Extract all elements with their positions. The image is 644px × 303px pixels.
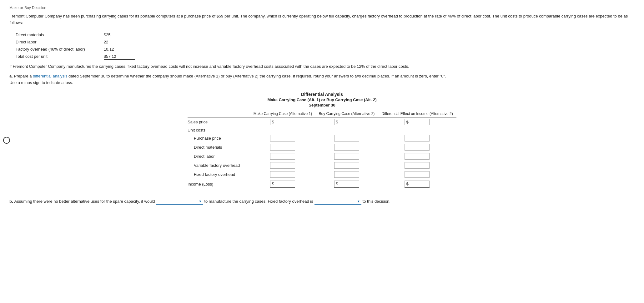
diff-title-2: Make Carrying Case (Alt. 1) or Buy Carry…: [9, 97, 635, 102]
cost-row-total: Total cost per unit $57.12: [16, 53, 135, 60]
variable-overhead-row: Variable factory overhead: [188, 161, 456, 170]
unit-costs-label: Unit costs:: [188, 127, 250, 134]
dropdown-1-arrow: ▼: [199, 200, 202, 203]
diff-col-empty: [188, 110, 250, 117]
fixed-overhead-alt1-cell: [250, 170, 315, 179]
fixed-overhead-diff-input-wrap: [405, 171, 430, 178]
income-loss-row: Income (Loss) $ $ $: [188, 179, 456, 189]
variable-overhead-diff-cell: [378, 161, 456, 170]
question-a-text: a. Prepare a differential analysis dated…: [9, 73, 635, 86]
purchase-price-alt1-input[interactable]: [272, 136, 293, 141]
purchase-price-diff-input[interactable]: [406, 136, 427, 141]
cost-label-factory-overhead: Factory overhead (46% of direct labor): [16, 46, 104, 53]
direct-labor-alt1-input-wrap: [270, 153, 295, 160]
sales-price-diff-input[interactable]: [409, 120, 428, 124]
direct-materials-diff-input-wrap: [405, 144, 430, 151]
fixed-overhead-relevance-dropdown[interactable]: relevant not relevant irrelevant: [316, 199, 356, 204]
fixed-overhead-diff-cell: [378, 170, 456, 179]
variable-overhead-label: Variable factory overhead: [188, 161, 250, 170]
cost-amount-total: $57.12: [104, 53, 135, 60]
question-b-text1: Assuming there were no better alternativ…: [14, 199, 155, 204]
sales-price-diff-input-wrap: $: [405, 119, 430, 125]
fixed-overhead-alt2-cell: [315, 170, 378, 179]
differential-analysis-section: Differential Analysis Make Carrying Case…: [9, 92, 635, 189]
variable-overhead-diff-input-wrap: [405, 162, 430, 169]
income-loss-diff-input-wrap: $: [405, 181, 430, 188]
diff-col-alt2-header: Buy Carrying Case (Alternative 2): [315, 110, 378, 117]
variable-overhead-diff-input[interactable]: [406, 163, 427, 168]
income-loss-alt2-cell: $: [315, 179, 378, 189]
income-loss-alt1-input[interactable]: [275, 181, 294, 186]
direct-materials-alt2-input[interactable]: [336, 145, 357, 150]
income-loss-alt1-input-wrap: $: [270, 181, 295, 188]
direct-materials-diff-cell: [378, 143, 456, 152]
variable-overhead-alt1-input[interactable]: [272, 163, 293, 168]
fixed-overhead-text: If Fremont Computer Company manufactures…: [9, 64, 635, 69]
variable-overhead-alt2-cell: [315, 161, 378, 170]
sales-price-diff-cell: $: [378, 117, 456, 127]
income-loss-alt1-cell: $: [250, 179, 315, 189]
direct-materials-label: Direct materials: [188, 143, 250, 152]
cost-label-direct-materials: Direct materials: [16, 31, 104, 38]
question-a-prefix: a.: [9, 74, 13, 78]
sales-price-alt1-input-wrap: $: [270, 119, 295, 125]
cost-label-total: Total cost per unit: [16, 53, 104, 60]
sales-price-alt2-cell: $: [315, 117, 378, 127]
diff-title-1: Differential Analysis: [9, 92, 635, 97]
question-b-text3: to this decision.: [363, 199, 391, 204]
page-title: Make-or-Buy Decision: [9, 6, 635, 10]
direct-materials-diff-input[interactable]: [406, 145, 427, 150]
purchase-price-label: Purchase price: [188, 134, 250, 143]
income-loss-diff-input[interactable]: [409, 181, 428, 186]
direct-materials-alt1-input[interactable]: [272, 145, 293, 150]
direct-materials-alt2-cell: [315, 143, 378, 152]
income-loss-alt2-input[interactable]: [339, 181, 357, 186]
fixed-overhead-row: Fixed factory overhead: [188, 170, 456, 179]
sales-price-alt2-input[interactable]: [339, 120, 357, 124]
dropdown-1-wrap[interactable]: be profitable not be profitable ▼: [156, 198, 203, 205]
circle-indicator: [3, 137, 10, 144]
fixed-overhead-label: Fixed factory overhead: [188, 170, 250, 179]
unit-costs-row: Unit costs:: [188, 127, 456, 134]
diff-title-3: September 30: [9, 103, 635, 107]
diff-header-row: Make Carrying Case (Alternative 1) Buy C…: [188, 110, 456, 117]
sales-price-label: Sales price: [188, 117, 250, 127]
variable-overhead-alt1-cell: [250, 161, 315, 170]
dropdown-2-arrow: ▼: [357, 200, 360, 203]
direct-labor-diff-input[interactable]: [406, 154, 427, 159]
purchase-price-alt1-input-wrap: [270, 135, 295, 142]
purchase-price-diff-cell: [378, 134, 456, 143]
differential-analysis-link[interactable]: differential analysis: [33, 74, 67, 78]
variable-overhead-alt2-input-wrap: [334, 162, 359, 169]
cost-table: Direct materials $25 Direct labor 22 Fac…: [16, 31, 135, 61]
direct-labor-alt1-input[interactable]: [272, 154, 293, 159]
fixed-overhead-alt1-input[interactable]: [272, 172, 293, 177]
variable-overhead-alt2-input[interactable]: [336, 163, 357, 168]
question-b-prefix: b.: [9, 199, 13, 204]
sales-price-alt2-input-wrap: $: [334, 119, 359, 125]
income-loss-alt2-input-wrap: $: [334, 181, 359, 188]
manufacture-dropdown[interactable]: be profitable not be profitable: [158, 199, 198, 204]
cost-row-direct-materials: Direct materials $25: [16, 31, 135, 38]
direct-labor-diff-input-wrap: [405, 153, 430, 160]
question-b-text2: to manufacture the carrying cases. Fixed…: [204, 199, 313, 204]
purchase-price-alt1-cell: [250, 134, 315, 143]
cost-row-factory-overhead: Factory overhead (46% of direct labor) 1…: [16, 46, 135, 53]
direct-materials-alt1-cell: [250, 143, 315, 152]
income-loss-diff-cell: $: [378, 179, 456, 189]
sales-price-alt1-input[interactable]: [275, 120, 294, 124]
fixed-overhead-alt2-input-wrap: [334, 171, 359, 178]
direct-labor-label: Direct labor: [188, 152, 250, 161]
cost-row-direct-labor: Direct labor 22: [16, 38, 135, 46]
direct-materials-alt2-input-wrap: [334, 144, 359, 151]
fixed-overhead-alt2-input[interactable]: [336, 172, 357, 177]
purchase-price-alt2-input[interactable]: [336, 136, 357, 141]
diff-table: Make Carrying Case (Alternative 1) Buy C…: [188, 110, 456, 189]
purchase-price-diff-input-wrap: [405, 135, 430, 142]
diff-col-differential-header: Differential Effect on Income (Alternati…: [378, 110, 456, 117]
direct-labor-row: Direct labor: [188, 152, 456, 161]
direct-labor-alt2-input[interactable]: [336, 154, 357, 159]
cost-label-direct-labor: Direct labor: [16, 38, 104, 46]
dropdown-2-wrap[interactable]: relevant not relevant irrelevant ▼: [314, 198, 361, 205]
fixed-overhead-diff-input[interactable]: [406, 172, 427, 177]
